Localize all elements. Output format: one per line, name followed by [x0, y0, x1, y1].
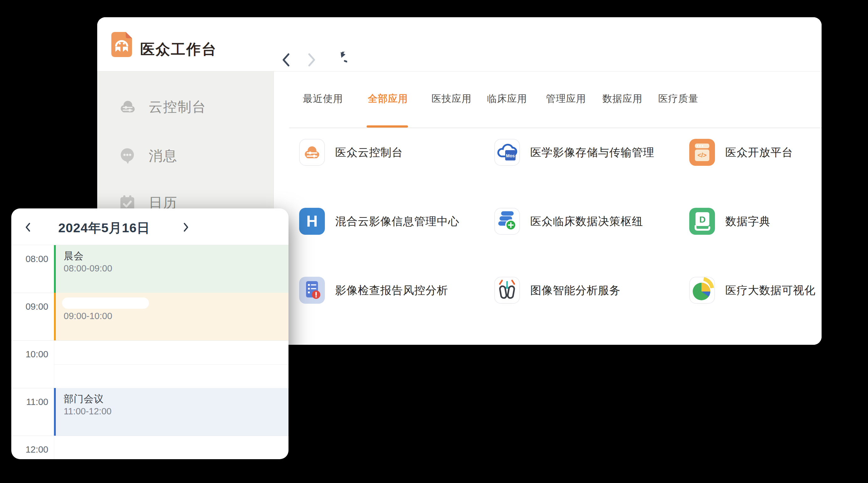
event-time: 11:00-12:00: [64, 406, 112, 417]
h-glyph: H: [306, 213, 318, 230]
app-label: 影像检查报告风控分析: [335, 283, 448, 298]
d-glyph: D: [699, 215, 706, 224]
sidebar-item-label: 云控制台: [149, 98, 206, 116]
back-button[interactable]: [280, 50, 296, 70]
time-label: 09:00: [11, 301, 48, 312]
hybrid-cloud-icon: H: [299, 208, 325, 235]
tab-all-apps[interactable]: 全部应用: [368, 93, 408, 105]
tab-clinical-apps[interactable]: 临床应用: [487, 93, 527, 105]
app-label: 医学影像存储与传输管理: [530, 145, 654, 160]
app-label: 数据字典: [725, 214, 771, 229]
time-label: 12:00: [11, 444, 48, 455]
tab-medtech-apps[interactable]: 医技应用: [432, 93, 472, 105]
calendar-panel: 2024年5月16日 08:00 09:00 10:00 11:00 12:00…: [11, 208, 288, 459]
code-glyph: </>: [698, 152, 707, 159]
sidebar-item-messages[interactable]: 消息: [97, 146, 274, 165]
sidebar-item-label: 消息: [149, 147, 178, 165]
app-label: 医疗大数据可视化: [725, 283, 816, 298]
chevron-right-icon: [181, 220, 194, 234]
report-risk-icon: [299, 277, 325, 304]
cloud-sliders-icon: [299, 139, 325, 166]
open-platform-code-icon: </>: [689, 139, 715, 166]
app-label: 医众临床数据决策枢纽: [530, 214, 643, 229]
calendar-header: 2024年5月16日: [11, 208, 288, 245]
app-label: 医众云控制台: [335, 145, 403, 160]
event-title: 晨会: [64, 250, 84, 263]
app-tile-image-storage[interactable]: Mos 医学影像存储与传输管理: [494, 139, 654, 166]
hour-gridline: [11, 341, 288, 341]
active-tab-indicator: [367, 125, 408, 128]
app-tile-big-data-visualization[interactable]: 医疗大数据可视化: [689, 277, 816, 304]
clinical-database-icon: [494, 208, 520, 235]
hour-gridline: [11, 436, 288, 436]
app-tile-data-dictionary[interactable]: D 数据字典: [689, 208, 771, 235]
half-hour-gridline: [54, 364, 288, 364]
titlebar: 医众工作台: [97, 17, 822, 71]
calendar-prev-button[interactable]: [23, 220, 36, 234]
app-label: 混合云影像信息管理中心: [335, 214, 459, 229]
event-title: 部门会议: [64, 392, 104, 406]
calendar-day-view: 08:00 09:00 10:00 11:00 12:00 晨会 08:00-0…: [11, 245, 288, 459]
pie-chart-icon: [689, 277, 715, 304]
messages-icon: [119, 147, 136, 165]
event-time: 08:00-09:00: [64, 263, 112, 273]
app-tile-open-platform[interactable]: </> 医众开放平台: [689, 139, 793, 166]
refresh-button[interactable]: [331, 50, 347, 70]
app-tile-clinical-data-hub[interactable]: 医众临床数据决策枢纽: [494, 208, 643, 235]
app-label: 医众开放平台: [725, 145, 793, 160]
data-dictionary-icon: D: [689, 208, 715, 235]
app-logo-icon: [111, 32, 132, 57]
app-tile-report-risk-analysis[interactable]: 影像检查报告风控分析: [299, 277, 448, 304]
time-label: 10:00: [11, 349, 48, 359]
calendar-date: 2024年5月16日: [54, 219, 154, 237]
event-time: 09:00-10:00: [64, 311, 112, 321]
calendar-next-button[interactable]: [181, 220, 194, 234]
app-title: 医众工作台: [140, 40, 217, 59]
tab-quality[interactable]: 医疗质量: [658, 93, 699, 105]
chevron-right-icon: [305, 52, 321, 68]
time-label: 11:00: [11, 396, 48, 407]
app-label: 图像智能分析服务: [530, 283, 621, 298]
sidebar-item-cloud-console[interactable]: 云控制台: [97, 97, 274, 117]
event-title-redacted-pill: [62, 297, 149, 309]
lungs-ai-icon: [494, 277, 520, 304]
cloud-storage-icon: Mos: [494, 139, 520, 166]
calendar-event-morning-meeting[interactable]: 晨会 08:00-09:00: [54, 245, 288, 293]
tab-recent[interactable]: 最近使用: [303, 93, 343, 105]
app-tile-image-ai-analysis[interactable]: 图像智能分析服务: [494, 277, 621, 304]
calendar-event-department-meeting[interactable]: 部门会议 11:00-12:00: [54, 388, 288, 436]
app-tile-hybrid-cloud-center[interactable]: H 混合云影像信息管理中心: [299, 208, 459, 235]
calendar-event-redacted[interactable]: 09:00-10:00: [54, 293, 288, 341]
chevron-left-icon: [280, 52, 296, 68]
app-tile-cloud-console[interactable]: 医众云控制台: [299, 139, 403, 166]
time-label: 08:00: [11, 254, 48, 264]
forward-button[interactable]: [305, 50, 321, 70]
chevron-left-icon: [23, 220, 36, 234]
cloud-console-icon: [119, 98, 136, 116]
tab-data-apps[interactable]: 数据应用: [602, 93, 643, 105]
tabbar-divider: [289, 128, 822, 128]
mos-badge: Mos: [506, 153, 515, 158]
content-area: 最近使用 全部应用 医技应用 临床应用 管理应用 数据应用 医疗质量: [274, 71, 822, 345]
refresh-icon: [331, 52, 347, 68]
tab-management-apps[interactable]: 管理应用: [546, 93, 586, 105]
